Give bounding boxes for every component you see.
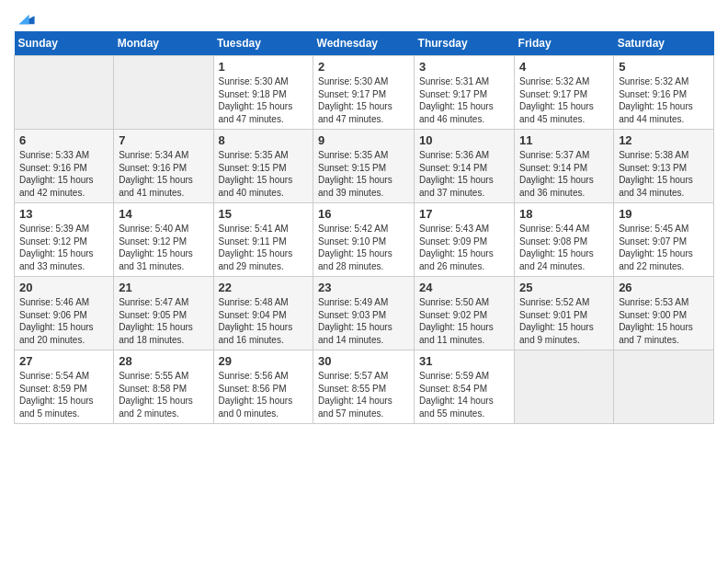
weekday-header-row: SundayMondayTuesdayWednesdayThursdayFrid… xyxy=(15,31,714,56)
svg-marker-1 xyxy=(19,15,29,24)
calendar-cell: 24Sunrise: 5:50 AMSunset: 9:02 PMDayligh… xyxy=(415,277,515,350)
day-number: 23 xyxy=(318,281,409,294)
day-number: 22 xyxy=(219,281,309,294)
weekday-header-friday: Friday xyxy=(515,31,614,56)
day-number: 24 xyxy=(419,281,509,294)
weekday-header-thursday: Thursday xyxy=(415,31,515,56)
day-number: 26 xyxy=(619,281,709,294)
calendar-cell: 19Sunrise: 5:45 AMSunset: 9:07 PMDayligh… xyxy=(614,203,714,277)
calendar-cell: 13Sunrise: 5:39 AMSunset: 9:12 PMDayligh… xyxy=(15,203,114,277)
week-row-5: 27Sunrise: 5:54 AMSunset: 8:59 PMDayligh… xyxy=(15,350,714,424)
calendar-cell: 26Sunrise: 5:53 AMSunset: 9:00 PMDayligh… xyxy=(614,277,714,350)
calendar-cell: 16Sunrise: 5:42 AMSunset: 9:10 PMDayligh… xyxy=(313,203,415,277)
day-number: 20 xyxy=(19,281,108,294)
calendar-cell: 21Sunrise: 5:47 AMSunset: 9:05 PMDayligh… xyxy=(114,277,213,350)
calendar-cell: 4Sunrise: 5:32 AMSunset: 9:17 PMDaylight… xyxy=(515,56,614,130)
calendar-cell: 25Sunrise: 5:52 AMSunset: 9:01 PMDayligh… xyxy=(515,277,614,350)
day-info: Sunrise: 5:35 AMSunset: 9:15 PMDaylight:… xyxy=(219,149,309,199)
calendar-cell: 28Sunrise: 5:55 AMSunset: 8:58 PMDayligh… xyxy=(114,350,213,424)
day-number: 25 xyxy=(519,281,609,294)
calendar-cell: 10Sunrise: 5:36 AMSunset: 9:14 PMDayligh… xyxy=(415,130,515,203)
day-info: Sunrise: 5:42 AMSunset: 9:10 PMDaylight:… xyxy=(318,223,409,272)
day-info: Sunrise: 5:30 AMSunset: 9:17 PMDaylight:… xyxy=(318,75,409,125)
calendar-cell: 11Sunrise: 5:37 AMSunset: 9:14 PMDayligh… xyxy=(515,130,614,203)
day-info: Sunrise: 5:47 AMSunset: 9:05 PMDaylight:… xyxy=(119,296,208,346)
calendar-cell: 18Sunrise: 5:44 AMSunset: 9:08 PMDayligh… xyxy=(515,203,614,277)
day-number: 2 xyxy=(318,60,409,74)
day-number: 27 xyxy=(19,354,108,368)
weekday-header-tuesday: Tuesday xyxy=(213,31,313,56)
day-info: Sunrise: 5:30 AMSunset: 9:18 PMDaylight:… xyxy=(219,75,309,125)
day-number: 11 xyxy=(519,133,609,147)
day-info: Sunrise: 5:56 AMSunset: 8:56 PMDaylight:… xyxy=(219,370,309,419)
calendar-cell: 2Sunrise: 5:30 AMSunset: 9:17 PMDaylight… xyxy=(313,56,415,130)
day-number: 4 xyxy=(519,60,609,74)
day-info: Sunrise: 5:32 AMSunset: 9:17 PMDaylight:… xyxy=(519,75,609,125)
calendar-cell: 5Sunrise: 5:32 AMSunset: 9:16 PMDaylight… xyxy=(614,56,714,130)
day-number: 19 xyxy=(619,207,709,221)
calendar-cell xyxy=(114,56,213,130)
week-row-3: 13Sunrise: 5:39 AMSunset: 9:12 PMDayligh… xyxy=(15,203,714,277)
day-info: Sunrise: 5:45 AMSunset: 9:07 PMDaylight:… xyxy=(619,223,709,272)
day-number: 16 xyxy=(318,207,409,221)
day-info: Sunrise: 5:40 AMSunset: 9:12 PMDaylight:… xyxy=(119,223,208,272)
day-info: Sunrise: 5:55 AMSunset: 8:58 PMDaylight:… xyxy=(119,370,208,419)
day-info: Sunrise: 5:33 AMSunset: 9:16 PMDaylight:… xyxy=(19,149,108,199)
day-number: 3 xyxy=(419,60,509,74)
day-info: Sunrise: 5:43 AMSunset: 9:09 PMDaylight:… xyxy=(419,223,509,272)
weekday-header-saturday: Saturday xyxy=(614,31,714,56)
day-number: 9 xyxy=(318,133,409,147)
day-info: Sunrise: 5:44 AMSunset: 9:08 PMDaylight:… xyxy=(519,223,609,272)
day-number: 28 xyxy=(119,354,208,368)
calendar-cell: 29Sunrise: 5:56 AMSunset: 8:56 PMDayligh… xyxy=(213,350,313,424)
calendar-cell: 30Sunrise: 5:57 AMSunset: 8:55 PMDayligh… xyxy=(313,350,415,424)
day-number: 17 xyxy=(419,207,509,221)
day-info: Sunrise: 5:32 AMSunset: 9:16 PMDaylight:… xyxy=(619,75,709,125)
day-info: Sunrise: 5:41 AMSunset: 9:11 PMDaylight:… xyxy=(219,223,309,272)
day-info: Sunrise: 5:53 AMSunset: 9:00 PMDaylight:… xyxy=(619,296,709,346)
day-info: Sunrise: 5:50 AMSunset: 9:02 PMDaylight:… xyxy=(419,296,509,346)
calendar-cell: 27Sunrise: 5:54 AMSunset: 8:59 PMDayligh… xyxy=(15,350,114,424)
day-info: Sunrise: 5:38 AMSunset: 9:13 PMDaylight:… xyxy=(619,149,709,199)
day-info: Sunrise: 5:52 AMSunset: 9:01 PMDaylight:… xyxy=(519,296,609,346)
day-info: Sunrise: 5:59 AMSunset: 8:54 PMDaylight:… xyxy=(419,370,509,419)
calendar-cell: 31Sunrise: 5:59 AMSunset: 8:54 PMDayligh… xyxy=(415,350,515,424)
day-number: 14 xyxy=(119,207,208,221)
day-number: 31 xyxy=(419,354,509,368)
calendar-cell: 7Sunrise: 5:34 AMSunset: 9:16 PMDaylight… xyxy=(114,130,213,203)
day-number: 10 xyxy=(419,133,509,147)
day-number: 12 xyxy=(619,133,709,147)
day-info: Sunrise: 5:39 AMSunset: 9:12 PMDaylight:… xyxy=(19,223,108,272)
calendar-cell: 3Sunrise: 5:31 AMSunset: 9:17 PMDaylight… xyxy=(415,56,515,130)
day-number: 30 xyxy=(318,354,409,368)
calendar-cell: 1Sunrise: 5:30 AMSunset: 9:18 PMDaylight… xyxy=(213,56,313,130)
calendar-cell: 15Sunrise: 5:41 AMSunset: 9:11 PMDayligh… xyxy=(213,203,313,277)
weekday-header-sunday: Sunday xyxy=(15,31,114,56)
calendar-cell: 8Sunrise: 5:35 AMSunset: 9:15 PMDaylight… xyxy=(213,130,313,203)
calendar-cell: 22Sunrise: 5:48 AMSunset: 9:04 PMDayligh… xyxy=(213,277,313,350)
day-number: 15 xyxy=(219,207,309,221)
day-number: 18 xyxy=(519,207,609,221)
day-info: Sunrise: 5:48 AMSunset: 9:04 PMDaylight:… xyxy=(219,296,309,346)
day-info: Sunrise: 5:37 AMSunset: 9:14 PMDaylight:… xyxy=(519,149,609,199)
day-info: Sunrise: 5:54 AMSunset: 8:59 PMDaylight:… xyxy=(19,370,108,419)
calendar-cell: 17Sunrise: 5:43 AMSunset: 9:09 PMDayligh… xyxy=(415,203,515,277)
weekday-header-wednesday: Wednesday xyxy=(313,31,415,56)
day-info: Sunrise: 5:34 AMSunset: 9:16 PMDaylight:… xyxy=(119,149,208,199)
day-number: 5 xyxy=(619,60,709,74)
weekday-header-monday: Monday xyxy=(114,31,213,56)
calendar-table: SundayMondayTuesdayWednesdayThursdayFrid… xyxy=(14,31,714,424)
day-number: 1 xyxy=(219,60,309,74)
calendar-cell xyxy=(614,350,714,424)
page-header xyxy=(14,9,714,24)
day-number: 29 xyxy=(219,354,309,368)
day-number: 7 xyxy=(119,133,208,147)
day-info: Sunrise: 5:31 AMSunset: 9:17 PMDaylight:… xyxy=(419,75,509,125)
day-info: Sunrise: 5:35 AMSunset: 9:15 PMDaylight:… xyxy=(318,149,409,199)
calendar-cell: 14Sunrise: 5:40 AMSunset: 9:12 PMDayligh… xyxy=(114,203,213,277)
calendar-cell xyxy=(15,56,114,130)
week-row-2: 6Sunrise: 5:33 AMSunset: 9:16 PMDaylight… xyxy=(15,130,714,203)
day-info: Sunrise: 5:49 AMSunset: 9:03 PMDaylight:… xyxy=(318,296,409,346)
week-row-4: 20Sunrise: 5:46 AMSunset: 9:06 PMDayligh… xyxy=(15,277,714,350)
calendar-cell: 20Sunrise: 5:46 AMSunset: 9:06 PMDayligh… xyxy=(15,277,114,350)
